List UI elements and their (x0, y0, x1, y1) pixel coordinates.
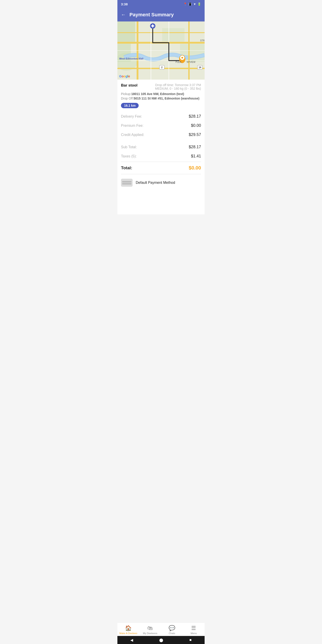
svg-text:2: 2 (161, 66, 162, 69)
card-stripe (122, 181, 132, 182)
taxes-value: $1.41 (191, 154, 201, 158)
total-row: Total: $0.00 (121, 162, 201, 174)
distance-badge: 16.1 km (121, 103, 139, 108)
total-value: $0.00 (189, 165, 201, 171)
header: ← Payment Summary (118, 8, 204, 22)
taxes-label: Taxes (5): (121, 154, 137, 158)
status-time: 3:38 (121, 2, 128, 6)
location-icon: 📍 (183, 2, 187, 6)
map-area: 2 14 West Edmonton Mall STRATHCONA PLEA … (118, 22, 204, 80)
back-button[interactable]: ← (121, 12, 126, 18)
premium-fee-label: Premium Fee: (121, 124, 143, 128)
credit-applied-value: $29.57 (189, 132, 201, 137)
svg-point-19 (181, 57, 183, 58)
svg-text:Google: Google (119, 74, 130, 78)
svg-text:STRATHCONA: STRATHCONA (200, 39, 204, 42)
item-details: Drop off time: Tomorrow 3:37 PM MEDIUM, … (155, 83, 201, 90)
premium-fee-row: Premium Fee: $0.00 (121, 121, 201, 130)
subtotal-row: Sub Total: $28.17 (121, 142, 201, 152)
vibrate-icon: 📳 (188, 2, 192, 6)
payment-method[interactable]: Default Payment Method (121, 175, 201, 188)
svg-point-16 (152, 25, 154, 27)
wifi-icon: ▼ (193, 2, 196, 6)
card-stripe-2 (122, 183, 132, 184)
svg-text:14: 14 (198, 66, 201, 69)
battery-icon: 🔋 (198, 2, 201, 6)
svg-text:NTVIEW: NTVIEW (187, 61, 196, 63)
content-area: Bar stool Drop off time: Tomorrow 3:37 P… (118, 80, 204, 214)
item-size: MEDIUM, 0 - 160 kg (0 - 352 lbs) (155, 87, 201, 90)
page-title: Payment Summary (130, 12, 174, 18)
total-label: Total: (121, 166, 132, 170)
subtotal-label: Sub Total: (121, 145, 137, 149)
drop-off-time: Drop off time: Tomorrow 3:37 PM (155, 83, 201, 87)
delivery-fee-row: Delivery Fee: $28.17 (121, 112, 201, 121)
delivery-fee-value: $28.17 (189, 114, 201, 119)
status-bar: 3:38 📍 📳 ▼ 🔋 (118, 0, 204, 8)
credit-applied-label: Credit Applied: (121, 133, 144, 137)
taxes-row: Taxes (5): $1.41 (121, 152, 201, 161)
premium-fee-value: $0.00 (191, 123, 201, 128)
item-row: Bar stool Drop off time: Tomorrow 3:37 P… (121, 83, 201, 90)
svg-text:West Edmonton Mall: West Edmonton Mall (119, 57, 143, 60)
credit-applied-row: Credit Applied: $29.57 (121, 130, 201, 139)
status-icons: 📍 📳 ▼ 🔋 (183, 2, 201, 6)
svg-text:PLEA: PLEA (176, 61, 181, 63)
subtotal-value: $28.17 (189, 145, 201, 149)
item-name: Bar stool (121, 83, 138, 88)
pickup-address: Pickup:18011 105 Ave NW, Edmonton (test) (121, 92, 201, 96)
svg-rect-4 (162, 28, 184, 42)
payment-label: Default Payment Method (136, 181, 175, 185)
delivery-fee-label: Delivery Fee: (121, 114, 142, 118)
payment-card-icon (121, 179, 132, 187)
dropoff-address: Drop Off:5015 111 St NW #51, Edmonton (w… (121, 96, 201, 100)
